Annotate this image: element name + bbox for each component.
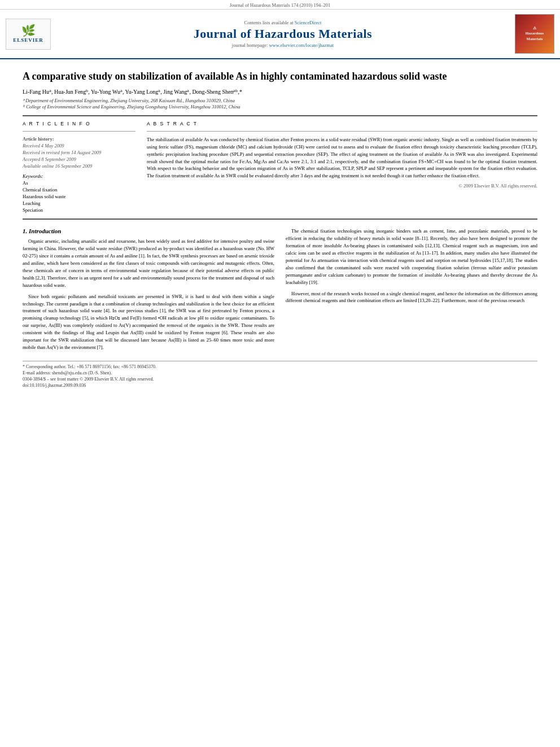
- body-right-col: The chemical fixation technologies using…: [286, 228, 537, 355]
- authors: Li-Fang Huᵃ, Hua-Jun Fengᵇ, Yu-Yong Wuᵃ,…: [23, 89, 537, 95]
- contents-availability: Contents lists available at ScienceDirec…: [51, 20, 515, 25]
- homepage-link[interactable]: www.elsevier.com/locate/jhazmat: [269, 42, 334, 48]
- email-address: E-mail address: shends@zju.edu.cn (D.-S.…: [23, 370, 537, 375]
- article-title: A comparative study on stabilization of …: [23, 69, 537, 83]
- revised-date: Received in revised form 14 August 2009: [23, 150, 135, 155]
- author-list: Li-Fang Huᵃ, Hua-Jun Fengᵇ, Yu-Yong Wuᵃ,…: [23, 89, 242, 95]
- abstract-column: A B S T R A C T The stabilization of ava…: [147, 121, 537, 214]
- keywords-heading: Keywords:: [23, 173, 135, 179]
- divider-body: [23, 219, 537, 220]
- online-date: Available online 16 September 2009: [23, 163, 135, 169]
- journal-title-center: Contents lists available at ScienceDirec…: [51, 20, 515, 48]
- intro-para1: Organic arsenic, including arsanilic aci…: [23, 238, 274, 289]
- body-left-col: 1. Introduction Organic arsenic, includi…: [23, 228, 274, 355]
- body-two-col: 1. Introduction Organic arsenic, includi…: [23, 228, 537, 355]
- section1-title: 1. Introduction: [23, 228, 274, 234]
- journal-citation: Journal of Hazardous Materials 174 (2010…: [230, 2, 330, 8]
- article-info-abstract: A R T I C L E I N F O Article history: R…: [23, 121, 537, 214]
- journal-name: Journal of Hazardous Materials: [51, 27, 515, 41]
- doi-info: doi:10.1016/j.jhazmat.2009.09.036: [23, 383, 537, 388]
- accepted-date: Accepted 8 September 2009: [23, 156, 135, 162]
- tree-icon: 🌿: [21, 25, 36, 36]
- intro-para4: However, most of the research works focu…: [286, 290, 537, 305]
- affiliations: ᵃ Department of Environmental Engineerin…: [23, 98, 537, 110]
- issn-info: 0304-3894/$ – see front matter © 2009 El…: [23, 377, 537, 382]
- history-heading: Article history:: [23, 136, 135, 142]
- divider-info: [23, 131, 135, 132]
- corresponding-author: * Corresponding author. Tel.: +86 571 86…: [23, 364, 537, 369]
- copyright: © 2009 Elsevier B.V. All rights reserved…: [147, 183, 537, 189]
- elsevier-brand: ELSEVIER: [13, 37, 43, 43]
- intro-para3: The chemical fixation technologies using…: [286, 228, 537, 286]
- body-text-right: The chemical fixation technologies using…: [286, 228, 537, 304]
- intro-para2: Since both organic pollutants and metall…: [23, 293, 274, 351]
- journal-cover-image: ⚠HazardousMaterials: [515, 14, 554, 54]
- divider-abstract: [147, 131, 537, 132]
- abstract-text: The stabilization of available As was co…: [147, 136, 537, 180]
- science-direct-link[interactable]: ScienceDirect: [295, 20, 322, 25]
- keywords-section: Keywords: As Chemical fixation Hazardous…: [23, 173, 135, 213]
- body-text-left: Organic arsenic, including arsanilic aci…: [23, 238, 274, 351]
- journal-top-bar: Journal of Hazardous Materials 174 (2010…: [0, 0, 560, 10]
- article-info-heading: A R T I C L E I N F O: [23, 121, 135, 126]
- keyword-4: Leaching: [23, 200, 135, 206]
- keyword-3: Hazardous solid waste: [23, 194, 135, 199]
- abstract-heading: A B S T R A C T: [147, 121, 537, 126]
- affiliation-a: ᵃ Department of Environmental Engineerin…: [23, 98, 537, 103]
- homepage-line: journal homepage: www.elsevier.com/locat…: [51, 42, 515, 48]
- body-content: 1. Introduction Organic arsenic, includi…: [23, 228, 537, 388]
- received-date: Received 4 May 2009: [23, 143, 135, 148]
- keyword-1: As: [23, 180, 135, 186]
- affiliation-b: ᵇ College of Environmental Science and E…: [23, 104, 537, 110]
- keyword-5: Speciation: [23, 207, 135, 213]
- footer-notes: * Corresponding author. Tel.: +86 571 86…: [23, 361, 537, 388]
- article-info-column: A R T I C L E I N F O Article history: R…: [23, 121, 135, 214]
- elsevier-logo: 🌿 ELSEVIER: [6, 19, 51, 50]
- divider-top: [23, 115, 537, 116]
- keyword-2: Chemical fixation: [23, 187, 135, 193]
- main-content: A comparative study on stabilization of …: [0, 59, 560, 399]
- cover-text: ⚠HazardousMaterials: [526, 26, 544, 41]
- article-history: Article history: Received 4 May 2009 Rec…: [23, 136, 135, 169]
- journal-header: 🌿 ELSEVIER Contents lists available at S…: [0, 10, 560, 59]
